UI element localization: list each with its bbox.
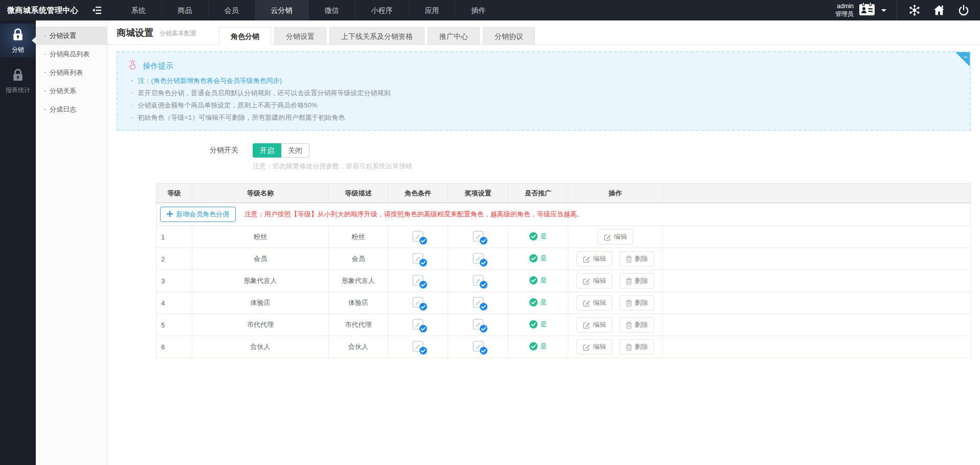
tab[interactable]: 分销设置 [274, 27, 326, 45]
topnav-item[interactable]: 商品 [162, 0, 208, 20]
sidebar-item[interactable]: 分销商列表 [36, 63, 107, 82]
tab[interactable]: 上下线关系及分销资格 [329, 27, 425, 45]
role-condition-config-icon[interactable] [411, 340, 425, 353]
edit-icon [583, 299, 590, 307]
topnav-item[interactable]: 插件 [455, 0, 502, 20]
chevron-down-icon [881, 9, 886, 14]
topnav-item[interactable]: 会员 [208, 0, 255, 20]
role-condition-config-icon[interactable] [411, 296, 425, 309]
table-row: 1 粉丝 粉丝 是 [157, 226, 971, 248]
topnav-item[interactable]: 应用 [409, 0, 455, 20]
yes-check-icon [529, 298, 538, 306]
level-desc-cell: 形象代言人 [329, 270, 388, 292]
minimize-icon: – [964, 53, 967, 60]
divider [897, 0, 897, 20]
role-condition-config-icon[interactable] [411, 274, 425, 287]
bullet-icon: · [131, 101, 133, 109]
reward-setting-config-icon[interactable] [472, 340, 485, 353]
sidebar-item[interactable]: 分销关系 [36, 82, 107, 100]
tab[interactable]: 角色分销 [219, 27, 271, 45]
header-level: 等级 [157, 184, 192, 203]
delete-button[interactable]: 删除 [619, 317, 654, 333]
home-icon[interactable] [927, 0, 951, 20]
edit-button[interactable]: 编辑 [576, 295, 612, 311]
edit-icon [583, 255, 590, 263]
promote-status: 是 [529, 320, 547, 329]
edit-button[interactable]: 编辑 [576, 339, 612, 355]
edit-button[interactable]: 编辑 [576, 273, 612, 289]
delete-button[interactable]: 删除 [619, 295, 654, 311]
edit-icon [583, 343, 590, 351]
reward-setting-config-icon[interactable] [472, 296, 485, 309]
role-condition-cell [388, 248, 448, 270]
switch-off-button[interactable]: 关闭 [281, 143, 309, 158]
edit-icon [583, 277, 590, 285]
topnav-item[interactable]: 云分销 [255, 0, 308, 20]
app-window: 微商城系统管理中心 系统商品会员云分销微信小程序应用插件 admin 管理员 [0, 0, 980, 465]
rail-item[interactable]: 报表统计 [0, 64, 36, 98]
reward-setting-cell [448, 314, 508, 336]
reward-setting-config-icon[interactable] [472, 252, 485, 265]
edit-button[interactable]: 编辑 [576, 251, 612, 267]
tab[interactable]: 分销协议 [483, 27, 535, 45]
role-condition-config-icon[interactable] [411, 230, 425, 243]
yes-check-icon [529, 232, 538, 240]
bullet-icon: · [131, 77, 133, 84]
reward-setting-cell [448, 292, 508, 314]
topnav-item[interactable]: 系统 [116, 0, 162, 20]
rail-item[interactable]: 分销 [0, 24, 36, 57]
edit-icon [604, 233, 611, 241]
tips-header: 操作提示 [127, 59, 960, 73]
role-condition-config-icon[interactable] [411, 252, 425, 265]
lock-icon [10, 27, 26, 44]
tip-line: ·分销返佣金额每个商品单独设定，原则上不高于商品价格50% [126, 99, 960, 112]
role-condition-cell [388, 336, 448, 358]
roles-table: 等级 等级名称 等级描述 角色条件 奖项设置 是否推广 操作 [156, 183, 971, 358]
level-cell: 4 [157, 292, 192, 314]
rail-item-label: 报表统计 [6, 86, 30, 95]
level-desc-cell: 粉丝 [329, 226, 388, 248]
actions-cell: 编辑 删除 [568, 248, 663, 270]
reward-setting-cell [448, 248, 508, 270]
level-cell: 5 [157, 314, 192, 336]
topnav-item[interactable]: 微信 [308, 0, 355, 20]
tip-line: ·初始角色（等级=1）可编辑不可删除，所有新建的用户都属于初始角色 [126, 112, 960, 124]
tips-minimize-corner[interactable] [955, 52, 970, 67]
add-member-role-button[interactable]: 新增会员角色分佣 [160, 207, 236, 222]
switch-on-button[interactable]: 开启 [253, 143, 281, 158]
page-header: 商城设置 分销基本配置 角色分销分销设置上下线关系及分销资格推广中心分销协议 [107, 20, 980, 45]
promote-status: 是 [529, 342, 547, 351]
level-desc-cell: 体验店 [329, 292, 388, 314]
tab[interactable]: 推广中心 [428, 27, 480, 45]
reward-setting-config-icon[interactable] [472, 230, 485, 243]
delete-button[interactable]: 删除 [619, 273, 654, 289]
topbar-right: admin 管理员 [830, 0, 980, 20]
edit-button[interactable]: 编辑 [597, 229, 633, 245]
edit-button[interactable]: 编辑 [576, 317, 612, 333]
sidebar-item[interactable]: 分销商品列表 [36, 45, 107, 63]
level-name-cell: 市代代理 [192, 314, 329, 336]
reward-setting-config-icon[interactable] [472, 274, 485, 287]
sidebar-item[interactable]: 分销设置 [36, 27, 107, 45]
page-content: 操作提示 ·注：(角色分销新增角色将会与会员等级角色同步)·若开启角色分销，普通… [107, 45, 980, 358]
tip-line: ·注：(角色分销新增角色将会与会员等级角色同步) [126, 75, 960, 87]
collapse-sidebar-icon[interactable] [86, 0, 108, 20]
distribution-switch-row: 分销开关 开启 关闭 [117, 143, 971, 158]
actions-cell: 编辑 删除 [568, 292, 663, 314]
sidebar-item[interactable]: 分成日志 [36, 100, 107, 119]
delete-icon [626, 343, 632, 351]
roles-table-wrapper: 等级 等级名称 等级描述 角色条件 奖项设置 是否推广 操作 [156, 183, 971, 358]
share-icon[interactable] [902, 0, 927, 20]
header-actions: 操作 [568, 184, 663, 203]
delete-icon [626, 299, 632, 307]
switch-label: 分销开关 [117, 146, 238, 155]
delete-button[interactable]: 删除 [619, 339, 654, 355]
actions-cell: 编辑 [568, 226, 663, 248]
reward-setting-config-icon[interactable] [472, 318, 485, 331]
power-icon[interactable] [951, 0, 976, 20]
role-condition-config-icon[interactable] [411, 318, 425, 331]
level-desc-cell: 市代代理 [329, 314, 388, 336]
user-menu[interactable]: admin 管理员 [830, 2, 892, 19]
topnav-item[interactable]: 小程序 [355, 0, 409, 20]
delete-button[interactable]: 删除 [619, 251, 654, 267]
